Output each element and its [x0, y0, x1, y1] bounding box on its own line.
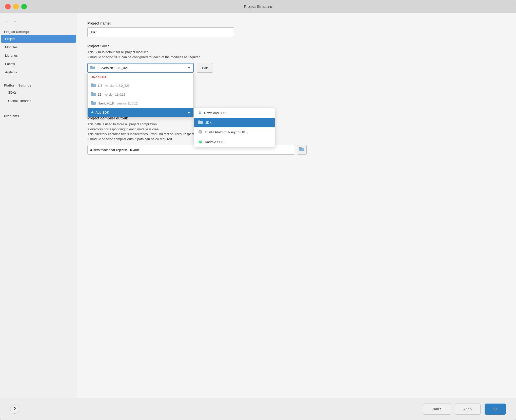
- sidebar-item-global-libraries[interactable]: Global Libraries: [1, 97, 76, 105]
- svg-rect-1: [90, 66, 92, 67]
- submenu-item-download-jdk[interactable]: ⬇ Download JDK...: [194, 108, 275, 118]
- project-sdk-desc: This SDK is default for all project modu…: [87, 50, 506, 59]
- sdk-liberica-icon: [91, 101, 96, 106]
- submenu-item-intellij-plugin[interactable]: IJ IntelliJ Platform Plugin SDK...: [194, 127, 275, 137]
- intellij-icon: IJ: [198, 130, 202, 135]
- dropdown-item-sdk-1.8[interactable]: 1.8 version 1.8.0_321: [88, 81, 193, 90]
- svg-rect-5: [91, 92, 93, 93]
- sidebar-item-artifacts[interactable]: Artifacts: [1, 68, 76, 76]
- problems-section-label: Problems: [0, 111, 77, 119]
- compiler-output-section: Project compiler output: This path is us…: [87, 116, 506, 155]
- dropdown-item-no-sdk[interactable]: <No SDK>: [88, 73, 193, 81]
- svg-rect-6: [91, 102, 96, 105]
- help-button[interactable]: ?: [10, 405, 19, 414]
- android-icon: [198, 140, 202, 144]
- svg-line-15: [199, 140, 199, 141]
- maximize-button[interactable]: [21, 4, 27, 9]
- sdk-row: 1.8 version 1.8.0_321 ▼ <No SDK>: [87, 63, 506, 73]
- titlebar: Project Structure: [0, 0, 516, 13]
- svg-rect-17: [299, 148, 304, 151]
- compiler-output-desc: This path is used to store all project c…: [87, 122, 506, 141]
- chevron-right-icon: ▶: [188, 111, 190, 114]
- svg-rect-0: [90, 67, 95, 69]
- sdk-selected-label: 1.8 version 1.8.0_321: [97, 66, 129, 70]
- sdk-dropdown[interactable]: 1.8 version 1.8.0_321 ▼: [87, 63, 194, 73]
- output-path-row: [87, 145, 506, 155]
- apply-button[interactable]: Apply: [455, 404, 481, 415]
- sidebar: ← → Project Settings Project Modules Lib…: [0, 13, 77, 398]
- sidebar-item-modules[interactable]: Modules: [1, 43, 76, 51]
- edit-button[interactable]: Edit: [197, 63, 213, 73]
- main-content: ← → Project Settings Project Modules Lib…: [0, 13, 516, 398]
- navigation-arrows: ← →: [0, 16, 77, 27]
- sdk-folder-icon: [90, 66, 95, 70]
- project-sdk-label: Project SDK:: [87, 44, 506, 48]
- project-structure-window: Project Structure ← → Project Settings P…: [0, 0, 516, 420]
- svg-rect-8: [198, 121, 203, 124]
- svg-rect-3: [91, 83, 93, 85]
- folder-icon: [198, 120, 203, 125]
- dropdown-item-sdk-11[interactable]: 11 version 11.0.12: [88, 90, 193, 99]
- forward-arrow[interactable]: →: [12, 18, 19, 25]
- sidebar-item-project[interactable]: Project: [1, 35, 76, 43]
- svg-point-13: [199, 142, 200, 142]
- sdk-11-icon: [91, 92, 96, 97]
- sidebar-item-libraries[interactable]: Libraries: [1, 52, 76, 59]
- submenu-item-jdk[interactable]: JDK...: [194, 118, 275, 127]
- svg-rect-7: [91, 101, 93, 102]
- window-controls: [5, 4, 27, 9]
- svg-text:IJ: IJ: [199, 131, 201, 133]
- cancel-button[interactable]: Cancel: [423, 404, 451, 415]
- close-button[interactable]: [5, 4, 11, 9]
- platform-settings-section-label: Platform Settings: [0, 80, 77, 88]
- back-arrow[interactable]: ←: [4, 18, 11, 25]
- project-name-input[interactable]: [87, 27, 234, 37]
- ok-button[interactable]: OK: [485, 404, 506, 415]
- bottom-bar: ? Cancel Apply OK: [0, 398, 516, 420]
- content-area: Project name: Project SDK: This SDK is d…: [77, 13, 516, 398]
- add-sdk-submenu: ⬇ Download JDK...: [194, 108, 275, 147]
- project-settings-section-label: Project Settings: [0, 27, 77, 35]
- project-name-label: Project name:: [87, 21, 506, 25]
- svg-rect-4: [91, 93, 96, 96]
- download-icon: ⬇: [198, 111, 202, 115]
- plus-icon: +: [91, 110, 93, 115]
- svg-rect-9: [198, 120, 200, 121]
- folder-icon: [299, 147, 304, 152]
- dropdown-item-sdk-liberica[interactable]: liberica-1.8 version 11.0.12: [88, 99, 193, 108]
- sdk-dropdown-container: 1.8 version 1.8.0_321 ▼ <No SDK>: [87, 63, 194, 73]
- svg-rect-2: [91, 84, 96, 87]
- svg-line-16: [201, 140, 202, 141]
- window-title: Project Structure: [244, 4, 272, 9]
- sdk-dropdown-arrow: ▼: [187, 66, 191, 70]
- dropdown-item-add-sdk[interactable]: + Add SDK ▶ ⬇ Download JDK...: [88, 108, 193, 117]
- browse-folder-button[interactable]: [297, 145, 307, 155]
- svg-point-14: [201, 142, 201, 142]
- sidebar-item-sdks[interactable]: SDKs: [1, 89, 76, 96]
- sdk-dropdown-menu: <No SDK> 1.8 version 1.8.0_321: [87, 73, 194, 117]
- sdk-1.8-icon: [91, 83, 96, 88]
- minimize-button[interactable]: [13, 4, 19, 9]
- svg-point-12: [199, 141, 202, 143]
- sidebar-item-facets[interactable]: Facets: [1, 60, 76, 68]
- svg-rect-18: [299, 147, 302, 149]
- submenu-item-android-sdk[interactable]: Android SDK...: [194, 137, 275, 147]
